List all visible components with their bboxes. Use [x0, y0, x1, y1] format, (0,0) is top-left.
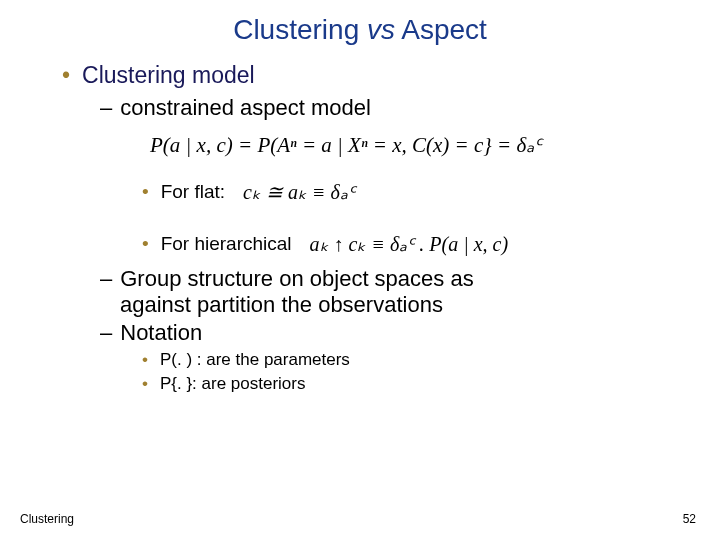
bullet-icon: • — [142, 181, 149, 203]
group-line2-pre: against partition the — [120, 292, 318, 317]
group-line1: Group structure on object spaces as — [120, 266, 473, 292]
subsub-label: For hierarchical — [161, 233, 292, 255]
subsub-label: For flat: — [161, 181, 225, 203]
formula-flat: cₖ ≅ aₖ ≡ δₐᶜ — [243, 180, 355, 204]
dash-icon: – — [100, 95, 112, 121]
formula-main: P(a | x, c) = P(Aⁿ = a | Xⁿ = x, C(x) = … — [0, 133, 720, 158]
formula-hierarchical: aₖ ↑ cₖ ≡ δₐᶜ . P(a | x, c) — [310, 232, 508, 256]
subbullet-group-structure: – Group structure on object spaces as — [0, 266, 720, 292]
dash-icon: – — [100, 320, 112, 346]
bullet-icon: • — [142, 350, 148, 370]
subbullet-text: constrained aspect model — [120, 95, 371, 121]
title-part2: Aspect — [395, 14, 487, 45]
dash-icon: – — [100, 266, 112, 292]
bullet-icon: • — [142, 233, 149, 255]
title-italic: vs — [367, 14, 395, 45]
bullet-text: Clustering model — [82, 62, 255, 89]
title-part1: Clustering — [233, 14, 367, 45]
subbullet-group-cont: against partition the observations — [0, 292, 720, 318]
footer-left: Clustering — [20, 512, 74, 526]
notation-params-text: P(. ) : are the parameters — [160, 350, 350, 370]
slide-number: 52 — [683, 512, 696, 526]
subsub-hierarchical: • For hierarchical aₖ ↑ cₖ ≡ δₐᶜ . P(a |… — [0, 232, 720, 256]
notation-params: • P(. ) : are the parameters — [0, 350, 720, 370]
notation-posteriors: • P{. }: are posteriors — [0, 374, 720, 394]
subsub-flat: • For flat: cₖ ≅ aₖ ≡ δₐᶜ — [0, 180, 720, 204]
bullet-icon: • — [142, 374, 148, 394]
group-line2-italic: observations — [318, 292, 443, 317]
subbullet-constrained: – constrained aspect model — [0, 95, 720, 121]
bullet-icon: • — [62, 62, 70, 89]
bullet-clustering-model: • Clustering model — [0, 62, 720, 89]
notation-posteriors-text: P{. }: are posteriors — [160, 374, 306, 394]
subbullet-notation: – Notation — [0, 320, 720, 346]
slide-title: Clustering vs Aspect — [0, 0, 720, 56]
notation-text: Notation — [120, 320, 202, 346]
formula-main-text: P(a | x, c) = P(Aⁿ = a | Xⁿ = x, C(x) = … — [150, 133, 542, 157]
